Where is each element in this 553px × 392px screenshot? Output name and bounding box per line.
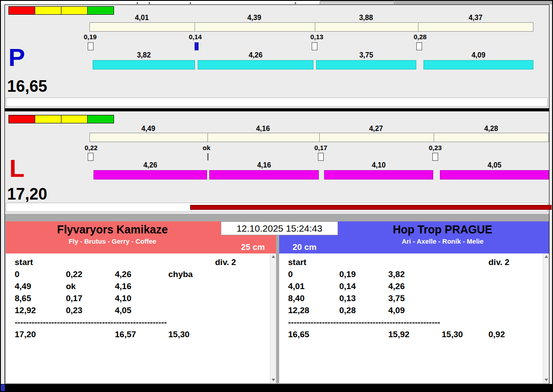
- scrollbar[interactable]: [543, 253, 549, 383]
- total-cell: 0,92: [488, 328, 549, 340]
- table-cell: 0: [15, 268, 66, 280]
- position-marker: [195, 42, 199, 50]
- start-light-yellow-icon: [61, 6, 88, 15]
- dog-time-bar: [440, 170, 549, 180]
- dog-time: 4,26: [94, 161, 207, 169]
- cutoff-text-fragment: [190, 2, 191, 4]
- dog-time-bar: [423, 60, 533, 69]
- table-row: 8,65 0,17 4,10: [6, 292, 276, 304]
- table-cell: [215, 268, 276, 280]
- table-cell: 4,16: [115, 280, 168, 292]
- results-table: start div. 2 0 0,19 3,82 4,01 0,14: [279, 253, 549, 383]
- table-header-row: start div. 2: [279, 256, 549, 268]
- lane-status-strip: [6, 98, 548, 107]
- split-track: [89, 133, 549, 142]
- taskbar-strip: [1, 384, 552, 391]
- dog-time-bar: [94, 170, 207, 180]
- table-cell: [168, 280, 215, 292]
- team-name: Hop Trop PRAGUE: [336, 221, 549, 236]
- sensor-checkbox[interactable]: [432, 153, 438, 161]
- dog-time: 4,16: [209, 161, 319, 169]
- table-row: 4,01 0,14 4,26: [279, 280, 549, 292]
- table-totals-row: 16,65 15,92 15,30 0,92: [279, 328, 549, 340]
- scroll-up-icon[interactable]: [272, 255, 275, 258]
- sensor-checkbox[interactable]: [88, 153, 94, 161]
- dog-time-bar: [324, 170, 433, 180]
- table-header-row: start div. 2: [6, 256, 276, 268]
- scroll-up-icon[interactable]: [545, 255, 548, 258]
- table-cell: 0,28: [339, 304, 388, 316]
- table-row: 4,49 ok 4,16: [6, 280, 276, 292]
- sensor-checkbox[interactable]: [318, 153, 324, 161]
- table-cell: 0,23: [66, 304, 115, 316]
- cutoff-text-fragment: [295, 2, 296, 4]
- total-cell: 16,65: [288, 328, 339, 340]
- table-cell: [215, 280, 276, 292]
- sensor-checkbox[interactable]: [88, 42, 94, 50]
- table-cell: 4,49: [15, 280, 66, 292]
- table-cell: 0,22: [66, 268, 115, 280]
- table-cell: 4,09: [388, 304, 442, 316]
- table-totals-row: 17,20 16,57 15,30: [6, 328, 276, 340]
- results-table: start div. 2 0 0,22 4,26 chyba 4,49 ok: [6, 253, 276, 383]
- dog-time: 3,82: [93, 51, 195, 59]
- start-light-red-icon: [8, 6, 35, 15]
- table-cell: 3,75: [388, 292, 442, 304]
- dog-time-bar: [198, 60, 313, 69]
- table-row: 12,28 0,28 4,09: [279, 304, 549, 316]
- division-label: div. 2: [488, 256, 549, 268]
- start-label: start: [15, 256, 66, 268]
- dog-time: 4,05: [440, 161, 549, 169]
- background-window-area: [394, 1, 552, 4]
- team-panel-right: Hop Trop PRAGUE Ari - Axelle - Roník - M…: [279, 221, 549, 383]
- lane-P: 4,01 4,39 3,88 4,37 0,19 0,14 0,13 0,28 …: [5, 5, 549, 108]
- split-time: 4,39: [194, 14, 314, 22]
- team-panel-left: Flyvaryors Kamikaze Fly - Brutus - Gerry…: [6, 221, 276, 383]
- sensor-checkbox[interactable]: [416, 42, 422, 50]
- table-cell: 8,65: [15, 292, 66, 304]
- timing-display-frame: 4,01 4,39 3,88 4,37 0,19 0,14 0,13 0,28 …: [4, 4, 549, 384]
- track-divider: [319, 133, 320, 142]
- lane-total-time: 17,20: [7, 186, 47, 202]
- start-lights: [9, 115, 114, 123]
- table-cell: [215, 292, 276, 304]
- scroll-down-icon[interactable]: [545, 379, 548, 381]
- split-time: 4,28: [433, 125, 549, 133]
- table-cell: [168, 292, 215, 304]
- table-cell: [488, 280, 549, 292]
- track-divider: [315, 23, 315, 31]
- table-cell: 4,10: [115, 292, 168, 304]
- table-cell: [488, 268, 549, 280]
- table-row: 0 0,19 3,82: [279, 268, 549, 280]
- table-cell: 0,19: [339, 268, 388, 280]
- dog-time-bar: [93, 60, 195, 69]
- table-cell: 4,26: [115, 268, 168, 280]
- background-window-strip: [1, 1, 552, 4]
- total-cell: 15,92: [388, 328, 442, 340]
- table-cell: [488, 304, 549, 316]
- progress-bar: [190, 205, 552, 210]
- scrollbar[interactable]: [270, 253, 276, 383]
- reaction-time: ok: [203, 144, 211, 151]
- background-window-tab[interactable]: [320, 1, 394, 4]
- table-cell: 8,40: [288, 292, 339, 304]
- tick-marker: [207, 153, 208, 160]
- table-separator: ----------------------------------------…: [279, 316, 549, 328]
- table-cell: [442, 280, 488, 292]
- total-cell: 16,57: [115, 328, 168, 340]
- team-lineup: Ari - Axelle - Roník - Melie: [336, 237, 549, 245]
- scroll-down-icon[interactable]: [272, 379, 275, 381]
- split-time: 4,37: [418, 14, 533, 22]
- track-divider: [418, 23, 419, 31]
- sensor-checkbox[interactable]: [312, 42, 317, 50]
- dog-time: 4,26: [198, 51, 313, 59]
- timing-app-window: 4,01 4,39 3,88 4,37 0,19 0,14 0,13 0,28 …: [0, 0, 553, 392]
- reaction-time: 0,14: [189, 33, 202, 41]
- lane-status-strip: [6, 203, 548, 212]
- table-cell: [488, 292, 549, 304]
- results-section: 12.10.2025 15:24:43 Flyvaryors Kamikaze …: [5, 214, 549, 384]
- table-row: 12,92 0,23 4,05: [6, 304, 276, 316]
- taskbar-marker: [1, 384, 5, 391]
- table-cell: 12,92: [15, 304, 66, 316]
- dog-time: 4,09: [423, 51, 533, 59]
